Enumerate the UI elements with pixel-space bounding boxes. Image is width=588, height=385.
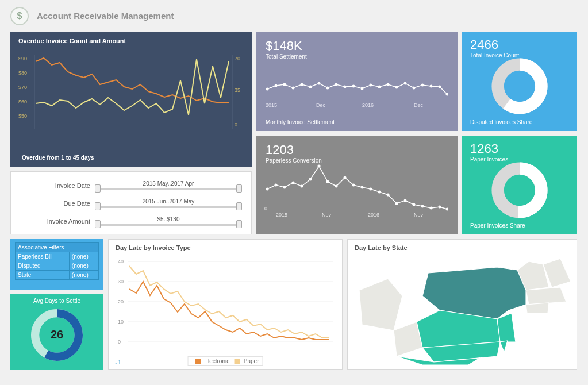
- filter-sliders-card: Invoice Date 2015 May..2017 Apr Due Date…: [10, 171, 252, 234]
- svg-text:30: 30: [118, 279, 124, 284]
- svg-point-47: [361, 186, 364, 188]
- svg-point-57: [446, 207, 449, 210]
- svg-text:2016: 2016: [368, 212, 379, 218]
- svg-point-28: [421, 84, 424, 87]
- svg-text:Nov: Nov: [414, 212, 424, 218]
- table-row[interactable]: Paperless Bill(none): [16, 252, 99, 261]
- svg-text:$80: $80: [18, 70, 27, 76]
- svg-text:$90: $90: [18, 56, 27, 61]
- svg-text:2015: 2015: [276, 212, 287, 218]
- slider-invoice-date[interactable]: Invoice Date 2015 May..2017 Apr: [22, 176, 240, 194]
- legend-swatch-paper: [235, 359, 240, 364]
- disputed-footer: Disputed Invoices Share: [470, 119, 532, 125]
- table-row[interactable]: State(none): [16, 271, 99, 280]
- overdue-title: Overdue Invoice Count and Amount: [18, 37, 244, 44]
- svg-point-39: [292, 181, 295, 184]
- settlement-chart: 2015 Dec 2016 Dec: [264, 63, 448, 109]
- svg-point-23: [378, 86, 381, 88]
- svg-point-49: [378, 190, 381, 193]
- svg-point-21: [361, 87, 364, 90]
- day-late-chart: 4030 20100: [118, 255, 336, 352]
- svg-point-46: [352, 183, 355, 186]
- total-invoice-card[interactable]: 2466 Total Invoice Count Disputed Invoic…: [462, 32, 577, 131]
- assoc-filters-card[interactable]: Associative Filters Paperless Bill(none)…: [10, 239, 103, 290]
- svg-point-43: [326, 180, 329, 183]
- page-header: $ Account Receivable Management: [0, 0, 588, 32]
- disputed-donut-chart: [491, 57, 548, 115]
- svg-point-52: [404, 199, 407, 202]
- svg-point-11: [275, 84, 278, 87]
- svg-point-16: [318, 82, 321, 85]
- paper-footer: Paper Invoices Share: [470, 222, 525, 229]
- svg-point-42: [318, 164, 321, 167]
- svg-point-14: [301, 83, 303, 86]
- paperless-card[interactable]: 1203 Paperless Conversion 0 2015 Nov 201…: [256, 136, 458, 235]
- day-late-title: Day Late by Invoice Type: [116, 244, 335, 251]
- page-title: Account Receivable Management: [37, 11, 174, 21]
- day-late-state-card[interactable]: Day Late by State: [347, 239, 577, 370]
- svg-point-24: [387, 83, 390, 86]
- svg-text:$60: $60: [18, 99, 27, 105]
- svg-text:0: 0: [118, 339, 121, 345]
- svg-point-17: [326, 87, 329, 90]
- svg-point-15: [309, 86, 312, 88]
- svg-point-26: [404, 82, 407, 85]
- settlement-footer: Monthly Invoice Settlement: [266, 119, 335, 125]
- svg-text:Dec: Dec: [316, 102, 326, 108]
- avg-days-card[interactable]: Avg Days to Settle 26: [10, 294, 103, 370]
- svg-point-30: [439, 86, 441, 88]
- assoc-filters-table: Associative Filters Paperless Bill(none)…: [15, 242, 99, 280]
- svg-text:Nov: Nov: [322, 212, 332, 218]
- map-title: Day Late by State: [355, 244, 570, 251]
- avg-days-title: Avg Days to Settle: [14, 298, 100, 304]
- us-northeast-map: [353, 256, 572, 365]
- svg-text:0: 0: [235, 122, 237, 128]
- svg-point-38: [283, 186, 286, 188]
- overdue-subtitle: Overdue from 1 to 45 days: [22, 155, 94, 161]
- paperless-value: 1203: [266, 143, 448, 157]
- svg-text:Dec: Dec: [414, 102, 424, 108]
- svg-point-36: [266, 187, 269, 190]
- svg-point-41: [309, 178, 312, 180]
- svg-text:$70: $70: [18, 84, 27, 90]
- svg-point-50: [387, 193, 390, 196]
- svg-point-55: [430, 206, 433, 209]
- svg-point-27: [413, 87, 416, 90]
- svg-point-20: [352, 85, 355, 88]
- svg-point-54: [421, 205, 424, 207]
- svg-point-51: [395, 202, 398, 205]
- day-late-type-card[interactable]: Day Late by Invoice Type 4030 20100 ↓↑ E…: [108, 239, 343, 370]
- overdue-chart: $90$80 $70$60 $50 70350: [18, 49, 244, 141]
- settlement-value: $148K: [266, 38, 448, 53]
- avg-days-value: 26: [51, 328, 63, 341]
- svg-text:10: 10: [118, 319, 124, 325]
- settlement-card[interactable]: $148K Total Settlement 2015 Dec 2016 Dec…: [256, 32, 458, 131]
- svg-text:20: 20: [118, 299, 124, 305]
- total-invoice-value: 2466: [470, 37, 569, 52]
- svg-text:35: 35: [235, 87, 240, 93]
- svg-text:2016: 2016: [362, 102, 374, 108]
- svg-point-10: [266, 88, 269, 91]
- day-late-legend: Electronic Paper: [188, 356, 263, 366]
- slider-due-date[interactable]: Due Date 2015 Jun..2017 May: [22, 194, 240, 212]
- overdue-card[interactable]: Overdue Invoice Count and Amount $90$80 …: [10, 32, 252, 167]
- svg-point-19: [344, 86, 347, 88]
- svg-point-56: [439, 205, 441, 208]
- sort-icon[interactable]: ↓↑: [114, 358, 121, 365]
- svg-point-18: [335, 83, 338, 86]
- paper-invoice-value: 1263: [470, 141, 569, 156]
- svg-point-53: [413, 203, 416, 206]
- svg-text:40: 40: [118, 259, 124, 264]
- table-row[interactable]: Disputed(none): [16, 261, 99, 271]
- svg-point-40: [301, 184, 303, 187]
- svg-text:$50: $50: [18, 113, 27, 119]
- svg-point-25: [395, 86, 398, 89]
- settlement-label: Total Settlement: [266, 53, 448, 60]
- slider-invoice-amount[interactable]: Invoice Amount $5..$130: [22, 212, 240, 230]
- svg-text:0: 0: [264, 206, 267, 211]
- legend-swatch-electronic: [195, 359, 201, 364]
- svg-point-44: [335, 184, 338, 187]
- paper-invoice-card[interactable]: 1263 Paper Invoices Paper Invoices Share: [462, 136, 577, 235]
- paper-donut-chart: [491, 161, 548, 219]
- logo-icon: $: [10, 7, 29, 25]
